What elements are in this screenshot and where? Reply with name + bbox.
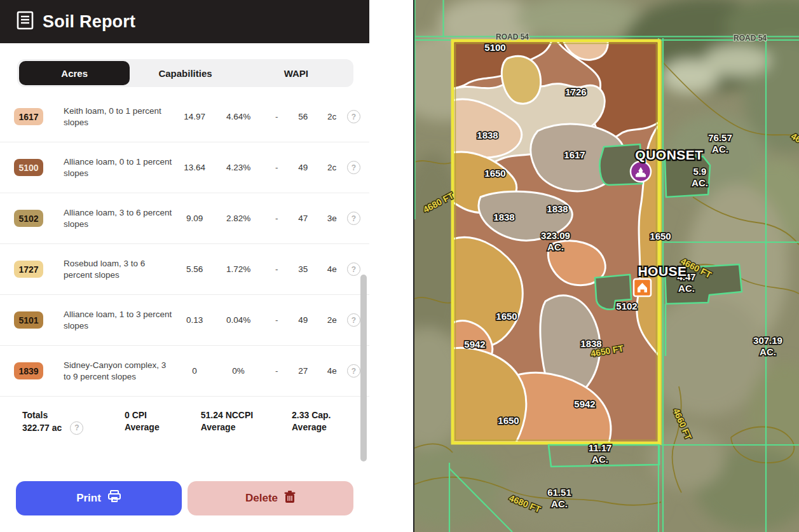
soil-name: Rosebud loam, 3 to 6 percent slopes: [64, 258, 174, 281]
road-label: ROAD 54: [734, 34, 767, 43]
svg-text:AC.: AC.: [551, 498, 568, 509]
svg-text:AC.: AC.: [760, 346, 776, 357]
totals-cap-caption: Average: [292, 421, 360, 433]
soil-cap-class: 3e: [321, 214, 343, 223]
svg-text:5.9: 5.9: [693, 166, 707, 177]
soil-cpi: -: [266, 264, 288, 274]
soil-cpi: -: [266, 112, 288, 121]
svg-text:61.51: 61.51: [547, 487, 571, 498]
table-row: 5101 Alliance loam, 1 to 3 percent slope…: [0, 295, 369, 346]
zone-label: 1838: [477, 130, 498, 140]
totals-nccpi-caption: Average: [201, 421, 292, 433]
table-row: 1727 Rosebud loam, 3 to 6 percent slopes…: [0, 244, 369, 295]
report-icon: [17, 11, 34, 32]
print-label: Print: [76, 492, 101, 505]
zone-label: 1650: [650, 231, 671, 242]
soil-name: Alliance loam, 3 to 6 percent slopes: [64, 207, 174, 230]
zone-label: 1838: [493, 212, 514, 222]
map[interactable]: ROAD 54 ROAD 54 5100 1726 1838 1617 1650…: [413, 0, 799, 532]
page-title: Soil Report: [43, 12, 135, 32]
soil-code-badge: 5102: [14, 210, 43, 227]
soil-acres: 9.09: [175, 214, 214, 223]
soil-name: Sidney-Canyon complex, 3 to 9 percent sl…: [64, 360, 174, 383]
totals-nccpi-value: 51.24 NCCPI: [201, 409, 292, 421]
trash-icon: [284, 491, 296, 507]
svg-text:76.57: 76.57: [708, 132, 732, 143]
help-icon[interactable]: ?: [70, 421, 83, 435]
totals-nccpi: 51.24 NCCPI Average: [201, 409, 292, 435]
soil-cpi: -: [266, 315, 288, 325]
soil-acres: 0.13: [175, 315, 214, 325]
soil-acres: 13.64: [175, 163, 214, 172]
soil-cap-class: 2c: [321, 163, 343, 172]
soil-code-badge: 1727: [14, 261, 43, 278]
help-icon[interactable]: ?: [347, 110, 360, 123]
table-row: 1617 Keith loam, 0 to 1 percent slopes 1…: [0, 92, 369, 142]
place-label-quonset: QUONSET: [635, 147, 703, 162]
help-icon[interactable]: ?: [347, 263, 360, 276]
tab-acres[interactable]: Acres: [19, 61, 130, 85]
zone-label: 1838: [547, 203, 568, 214]
soil-cpi: -: [266, 214, 288, 223]
soil-nccpi: 49: [290, 315, 315, 325]
zone-label: 5942: [464, 339, 485, 350]
soil-nccpi: 35: [290, 264, 315, 274]
help-icon[interactable]: ?: [347, 313, 360, 327]
zone-label: 5102: [616, 301, 637, 311]
quonset-marker[interactable]: [631, 161, 651, 182]
app: Soil Report Acres Capabilities WAPI 1617…: [0, 0, 799, 532]
help-icon[interactable]: ?: [347, 364, 360, 378]
print-button[interactable]: Print: [16, 481, 182, 515]
table-row: 5102 Alliance loam, 3 to 6 percent slope…: [0, 193, 369, 244]
soil-percent: 4.23%: [217, 163, 261, 172]
totals-cpi: 0 CPI Average: [125, 409, 201, 435]
totals-cap-value: 2.33 Cap.: [292, 409, 360, 421]
table-row: 5100 Alliance loam, 0 to 1 percent slope…: [0, 142, 369, 193]
soil-percent: 2.82%: [217, 214, 261, 223]
zone-label: 1650: [496, 311, 517, 322]
delete-button[interactable]: Delete: [188, 481, 353, 515]
tab-wapi[interactable]: WAPI: [241, 61, 352, 85]
soil-name: Alliance loam, 1 to 3 percent slopes: [64, 309, 174, 332]
tab-bar: Acres Capabilities WAPI: [17, 59, 353, 87]
table-row: 1839 Sidney-Canyon complex, 3 to 9 perce…: [0, 346, 369, 397]
soil-acres: 14.97: [175, 112, 214, 121]
soil-acres: 0: [175, 366, 214, 376]
svg-text:AC.: AC.: [547, 242, 564, 252]
totals-cpi-caption: Average: [125, 421, 201, 433]
soil-acres: 5.56: [175, 264, 214, 274]
soil-cpi: -: [266, 366, 288, 376]
svg-text:307.19: 307.19: [753, 335, 782, 346]
soil-percent: 1.72%: [217, 264, 261, 274]
soil-cap-class: 4e: [321, 366, 343, 376]
svg-text:AC.: AC.: [592, 454, 608, 465]
zone-label: 1617: [564, 149, 585, 160]
action-buttons: Print Delete: [16, 481, 353, 515]
place-label-house: HOUSE: [638, 264, 686, 278]
svg-text:AC.: AC.: [712, 144, 728, 154]
house-marker[interactable]: [634, 279, 651, 296]
tab-capabilities[interactable]: Capabilities: [130, 61, 240, 85]
soil-nccpi: 47: [290, 214, 315, 223]
soil-name: Alliance loam, 0 to 1 percent slopes: [64, 156, 174, 179]
soil-nccpi: 27: [290, 366, 315, 376]
svg-text:11.17: 11.17: [589, 442, 612, 453]
soil-code-badge: 1617: [14, 108, 43, 125]
soil-percent: 4.64%: [217, 112, 261, 121]
soil-code-badge: 1839: [14, 362, 43, 379]
help-icon[interactable]: ?: [347, 161, 360, 174]
printer-icon: [107, 490, 121, 507]
soil-cap-class: 2e: [321, 315, 343, 325]
zone-label: 5942: [574, 399, 595, 409]
soil-code-badge: 5101: [14, 311, 43, 329]
road-label: ROAD 54: [496, 32, 529, 41]
totals-cap: 2.33 Cap. Average: [292, 409, 360, 435]
delete-label: Delete: [245, 492, 278, 505]
totals-cpi-value: 0 CPI: [125, 409, 201, 421]
scrollbar[interactable]: [360, 275, 367, 461]
soil-report-panel: Soil Report Acres Capabilities WAPI 1617…: [0, 0, 369, 532]
help-icon[interactable]: ?: [347, 212, 360, 225]
soil-cpi: -: [266, 163, 288, 172]
soil-code-badge: 5100: [14, 159, 43, 176]
soil-name: Keith loam, 0 to 1 percent slopes: [64, 106, 174, 128]
